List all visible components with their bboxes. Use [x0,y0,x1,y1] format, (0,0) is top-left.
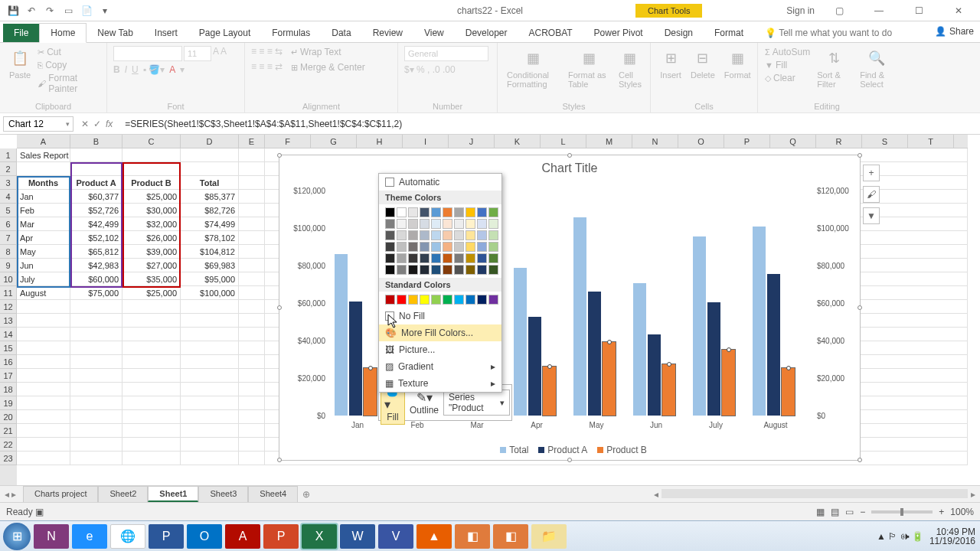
cell[interactable] [239,314,265,327]
color-swatch[interactable] [397,242,407,252]
cell[interactable] [122,328,181,341]
color-swatch[interactable] [466,207,475,217]
undo-icon[interactable]: ↶ [23,2,40,19]
col-header[interactable]: K [495,135,541,148]
color-swatch[interactable] [454,253,464,263]
color-swatch[interactable] [385,253,395,263]
color-swatch[interactable] [466,265,475,275]
color-swatch[interactable] [420,207,430,217]
cell[interactable] [70,424,122,437]
cell[interactable] [122,383,181,396]
mini-series-select[interactable]: Series "Product ▾ [443,390,510,416]
cell[interactable] [70,410,122,423]
color-swatch[interactable] [454,219,464,229]
cell[interactable] [181,148,239,161]
cell[interactable] [122,438,181,451]
color-swatch[interactable] [488,295,498,305]
cell[interactable] [181,438,239,451]
row-header[interactable]: 20 [0,410,17,424]
cell[interactable]: Product B [122,176,181,189]
cell[interactable] [70,162,122,175]
col-header[interactable]: N [632,135,678,148]
chart-bar[interactable] [633,283,646,416]
chart-bar[interactable] [753,227,766,416]
chart-bar[interactable] [662,364,675,416]
cell[interactable]: Apr [17,231,70,244]
row-header[interactable]: 1 [0,148,17,162]
insert-cells-button[interactable]: ⊞Insert [657,46,684,81]
color-swatch[interactable] [488,253,498,263]
tab-insert[interactable]: Insert [144,24,188,42]
color-swatch[interactable] [443,295,452,305]
color-swatch[interactable] [397,219,407,229]
sheet-tab[interactable]: Sheet1 [148,486,198,502]
cell[interactable] [239,162,265,175]
cell[interactable] [239,231,265,244]
cut-button[interactable]: ✂ Cut [37,46,100,58]
color-swatch[interactable] [385,295,395,305]
color-swatch[interactable] [431,230,441,240]
color-swatch[interactable] [385,265,395,275]
cell[interactable] [239,410,265,423]
cell[interactable]: $25,000 [122,190,181,203]
cell[interactable] [17,328,70,341]
col-header[interactable]: M [586,135,632,148]
cell[interactable]: Jun [17,259,70,272]
cell[interactable] [239,452,265,465]
color-swatch[interactable] [420,265,430,275]
cell[interactable] [239,383,265,396]
chart-elements-button[interactable]: + [863,165,880,181]
chart-bar[interactable] [573,217,586,416]
row-header[interactable]: 12 [0,300,17,314]
share-button[interactable]: 👤 Share [935,26,974,37]
color-swatch[interactable] [477,242,487,252]
color-swatch[interactable] [408,253,418,263]
cell[interactable] [70,314,122,327]
view-pagebreak-icon[interactable]: ▭ [845,507,854,517]
color-swatch[interactable] [443,242,452,252]
row-header[interactable]: 13 [0,314,17,328]
zoom-in-button[interactable]: + [939,507,944,517]
cell[interactable] [239,148,265,161]
taskbar-outlook[interactable]: O [187,524,222,549]
taskbar-acrobat[interactable]: A [225,524,260,549]
color-swatch[interactable] [488,207,498,217]
tab-developer[interactable]: Developer [455,24,518,42]
cell[interactable]: $52,726 [70,204,122,217]
name-box[interactable]: Chart 12 [3,116,74,132]
color-swatch[interactable] [443,230,452,240]
cell[interactable] [239,424,265,437]
color-swatch[interactable] [431,207,441,217]
cell[interactable] [17,162,70,175]
cell[interactable] [181,355,239,368]
color-swatch[interactable] [431,219,441,229]
minimize-icon[interactable]: — [864,1,894,21]
chart-bar[interactable] [364,368,377,416]
cell[interactable] [17,355,70,368]
row-header[interactable]: 9 [0,259,17,272]
col-header[interactable]: D [181,135,239,148]
cell[interactable] [122,369,181,382]
cell[interactable] [122,300,181,313]
row-header[interactable]: 11 [0,286,17,300]
sheet-tab[interactable]: Charts project [23,486,98,502]
tray-icons[interactable]: ▲ 🏳 🕪 🔋 [877,531,923,542]
print-icon[interactable]: 📄 [78,2,95,19]
color-swatch[interactable] [477,253,487,263]
cell[interactable]: $42,983 [70,259,122,272]
taskbar-powerpoint[interactable]: P [263,524,299,549]
color-swatch[interactable] [397,253,407,263]
row-header[interactable]: 15 [0,341,17,355]
cell[interactable] [70,148,122,161]
cell[interactable] [122,452,181,465]
cell[interactable] [122,162,181,175]
color-swatch[interactable] [408,207,418,217]
col-header[interactable]: O [678,135,724,148]
col-header[interactable]: P [724,135,770,148]
redo-icon[interactable]: ↷ [41,2,58,19]
cell[interactable]: $82,726 [181,204,239,217]
cell[interactable] [239,355,265,368]
clear-button[interactable]: ◇ Clear [764,72,811,84]
formula-bar[interactable]: =SERIES(Sheet1!$C$3,Sheet1!$A$4:$A$11,Sh… [120,119,980,129]
macro-record-icon[interactable]: ▣ [35,507,44,517]
